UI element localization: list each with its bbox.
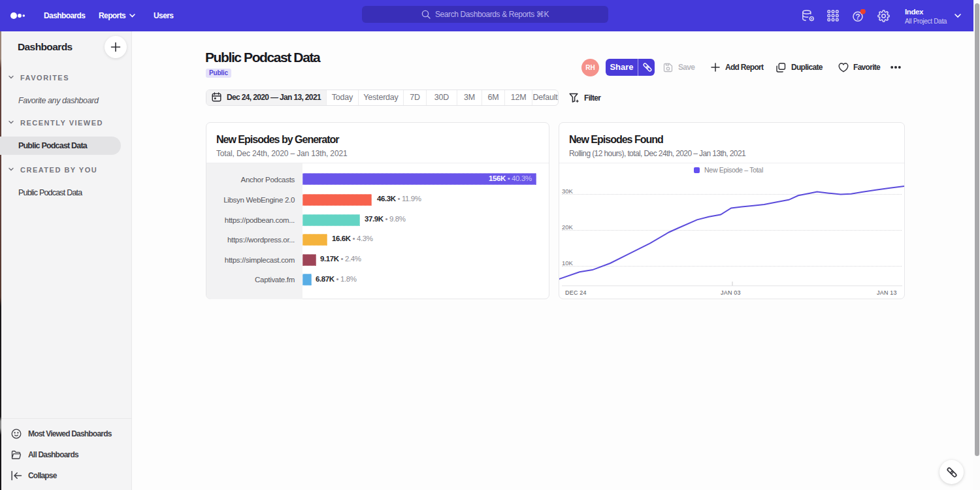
svg-text:?: ? (855, 12, 860, 22)
